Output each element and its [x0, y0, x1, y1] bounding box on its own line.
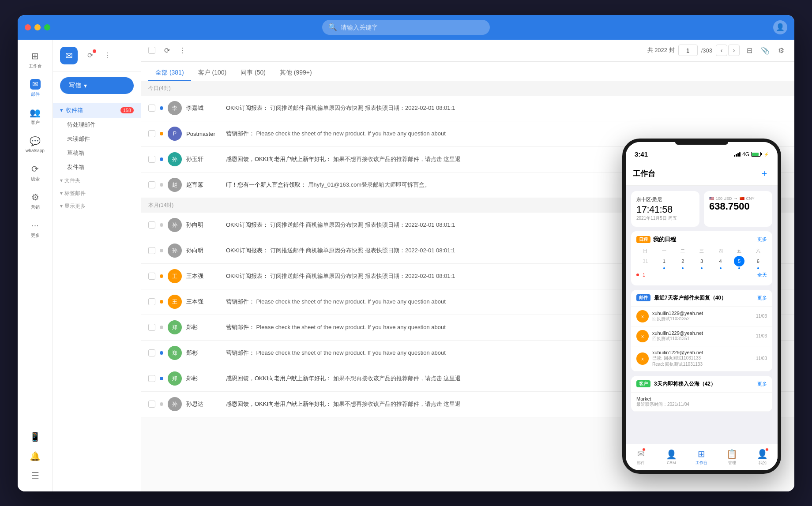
mobile-bottom-nav: ✉ 邮件 👤 CRM ⊞ 工作台 📋 管理 👤	[626, 444, 778, 470]
tagged-mail-section[interactable]: ▾ 标签邮件	[53, 187, 141, 200]
email-subject: 叮！您有一个新人盲盒待领取：	[226, 181, 306, 188]
sidebar-item-whatsapp[interactable]: 💬 whatsapp	[20, 131, 51, 158]
email-checkbox[interactable]	[148, 130, 155, 137]
search-icon: 🔍	[328, 23, 337, 31]
contact-sub-detail-3: Read: 回执测试11031133	[652, 361, 752, 367]
pending-mail-item[interactable]: 待处理邮件	[53, 118, 141, 132]
settings-icon[interactable]: ⚙	[775, 44, 787, 56]
mobile-title: 工作台	[633, 169, 655, 179]
tab-other[interactable]: 其他 (999+)	[273, 65, 319, 81]
contact-item-2[interactable]: x xuhuilin1229@yeah.net 回执测试11031351 11/…	[631, 326, 772, 346]
email-checkbox[interactable]	[148, 401, 155, 408]
email-preview: OKKI订阅报表： 订阅推送邮件 商机输单原因分布快照 报表快照日期：2022-…	[226, 104, 787, 112]
search-bar[interactable]: 🔍	[322, 20, 490, 35]
traffic-lights	[25, 24, 50, 30]
maximize-button[interactable]	[44, 24, 50, 30]
schedule-card: 日程 我的日程 更多 日 一 二 三 四 五 六 31	[631, 231, 772, 285]
email-checkbox[interactable]	[148, 375, 155, 382]
page-number-input[interactable]	[678, 45, 698, 56]
phone-icon[interactable]: 📱	[26, 428, 44, 446]
bottom-nav-mail[interactable]: ✉ 邮件	[626, 449, 656, 466]
email-checkbox[interactable]	[148, 221, 155, 229]
sea-contact-item[interactable]: Market 最近联系时间：2021/11/04	[631, 393, 772, 412]
email-sender: 王本强	[186, 298, 222, 306]
sea-more-link[interactable]: 更多	[757, 381, 767, 387]
exchange-pair: 🇺🇸 100 USD → 🇨🇳 CNY	[709, 196, 767, 201]
minimize-button[interactable]	[34, 24, 41, 30]
next-page-button[interactable]: ›	[728, 45, 740, 56]
bottom-nav-workbench[interactable]: ⊞ 工作台	[687, 449, 717, 466]
title-right: 👤	[773, 20, 787, 34]
email-checkbox[interactable]	[148, 105, 155, 112]
email-checkbox[interactable]	[148, 324, 155, 331]
folder-label: 文件夹	[64, 177, 80, 184]
cal-day-2[interactable]: 2	[677, 256, 688, 266]
email-checkbox[interactable]	[148, 349, 155, 356]
tab-colleague[interactable]: 同事 (50)	[233, 65, 273, 81]
email-sender: 李嘉城	[186, 104, 222, 112]
email-checkbox[interactable]	[148, 181, 155, 188]
email-checkbox[interactable]	[148, 298, 155, 305]
mobile-add-button[interactable]: +	[758, 168, 771, 180]
close-button[interactable]	[25, 24, 31, 30]
avatar: 赵	[168, 178, 182, 192]
tab-all[interactable]: 全部 (381)	[148, 65, 191, 81]
bottom-nav-manage[interactable]: 📋 管理	[717, 449, 747, 466]
filter-icon[interactable]: ⊟	[743, 44, 756, 56]
sidebar-item-mail[interactable]: ✉ 邮件	[20, 75, 51, 101]
show-more-section[interactable]: ▾ 显示更多	[53, 200, 141, 213]
email-checkbox[interactable]	[148, 247, 155, 254]
more-actions-button[interactable]: ⋮	[177, 44, 189, 56]
cal-day-3[interactable]: 3	[696, 256, 707, 266]
cal-day-4[interactable]: 4	[715, 256, 726, 266]
schedule-more-link[interactable]: 更多	[757, 236, 767, 243]
email-item[interactable]: 李 李嘉城 OKKI订阅报表： 订阅推送邮件 商机输单原因分布快照 报表快照日期…	[141, 96, 794, 121]
cal-day-1[interactable]: 1	[659, 256, 669, 266]
sidebar-item-workbench[interactable]: ⊞ 工作台	[20, 47, 51, 73]
sidebar-item-more[interactable]: ··· 更多	[20, 216, 51, 243]
user-avatar[interactable]: 👤	[773, 20, 787, 34]
tab-customer[interactable]: 客户 (100)	[191, 65, 234, 81]
attachment-icon[interactable]: 📎	[759, 44, 771, 56]
sent-item[interactable]: 发件箱	[53, 160, 141, 174]
contact-date-2: 11/03	[756, 334, 767, 338]
bell-icon[interactable]: 🔔	[26, 447, 44, 465]
unread-mail-item[interactable]: 未读邮件	[53, 132, 141, 146]
prev-page-button[interactable]: ‹	[716, 45, 727, 56]
cal-day-31: 31	[640, 256, 650, 266]
draft-item[interactable]: 草稿箱	[53, 146, 141, 160]
unread-dot	[160, 377, 163, 380]
sidebar-bottom: 📱 🔔 ☰	[26, 428, 44, 484]
menu-icon[interactable]: ☰	[26, 467, 44, 484]
exchange-rate: 638.7500	[709, 201, 767, 212]
email-checkbox[interactable]	[148, 156, 155, 163]
cal-day-6[interactable]: 6	[753, 256, 763, 266]
unread-dot	[160, 183, 163, 187]
select-all-checkbox[interactable]	[148, 47, 155, 54]
search-input[interactable]	[341, 24, 484, 31]
unread-dot	[160, 157, 163, 161]
refresh-button[interactable]: ⟳	[161, 44, 173, 56]
unreplied-more-link[interactable]: 更多	[757, 295, 767, 301]
sidebar-item-marketing[interactable]: ⚙ 营销	[20, 188, 51, 214]
email-sender: 孙向明	[186, 247, 222, 255]
signal-bar-1	[734, 155, 735, 157]
compose-button[interactable]: 写信 ▾	[60, 77, 134, 94]
avatar: 李	[168, 101, 182, 115]
nav-more-button[interactable]: ⋮	[101, 49, 115, 63]
network-type: 4G	[742, 151, 749, 157]
nav-refresh-button[interactable]: ⟳	[83, 49, 97, 63]
compose-label: 写信	[69, 82, 81, 90]
inbox-item[interactable]: ▾ 收件箱 158	[53, 103, 141, 118]
today-divider: 今日(4封)	[141, 81, 794, 96]
folder-section[interactable]: ▾ 文件夹	[53, 174, 141, 187]
cal-header-fri: 五	[730, 247, 748, 255]
sidebar-item-search[interactable]: ⟳ 线索	[20, 160, 51, 186]
sidebar-item-customer[interactable]: 👥 客户	[20, 103, 51, 130]
bottom-nav-mine[interactable]: 👤 我的	[747, 449, 778, 466]
bottom-nav-crm[interactable]: 👤 CRM	[656, 449, 687, 465]
contact-item-1[interactable]: x xuhuilin1229@yeah.net 回执测试11031352 11/…	[631, 307, 772, 326]
cal-day-5-today[interactable]: 5	[734, 256, 744, 266]
contact-item-3[interactable]: x xuhuilin1229@yeah.net 已读: 回执测试11031133…	[631, 346, 772, 371]
email-checkbox[interactable]	[148, 273, 155, 280]
